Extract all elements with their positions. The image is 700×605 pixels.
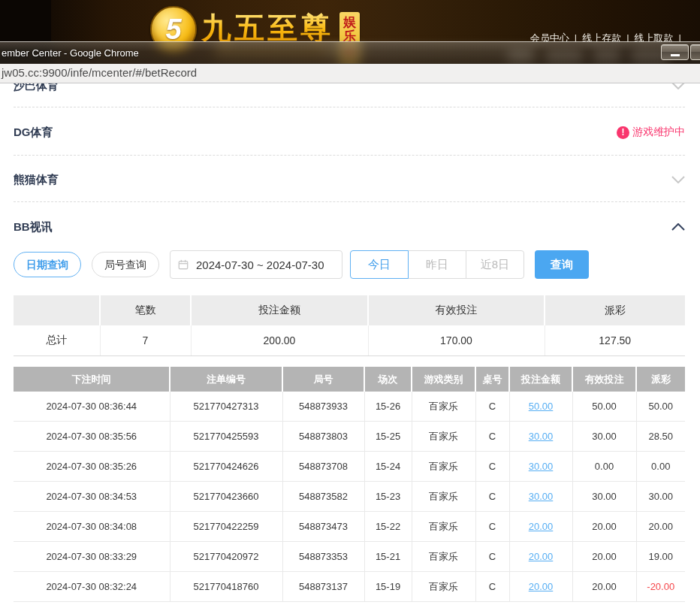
bet-table-cell: C bbox=[475, 422, 509, 452]
bet-table-cell: 28.50 bbox=[636, 422, 685, 452]
bet-table-cell: 2024-07-30 08:33:29 bbox=[14, 542, 170, 572]
bet-table-header-cell: 游戏类别 bbox=[412, 367, 475, 392]
bet-amount-link[interactable]: 20.00 bbox=[509, 572, 572, 602]
summary-header-row: 笔数 投注金额 有效投注 派彩 bbox=[14, 295, 685, 325]
table-row: 2024-07-30 08:36:44521770427313548873933… bbox=[14, 392, 685, 422]
bet-table-cell: 548873803 bbox=[282, 422, 364, 452]
range-last8-button[interactable]: 近8日 bbox=[466, 250, 524, 279]
accordion-item-bb-video[interactable]: BB视讯 bbox=[14, 219, 685, 235]
bet-table-cell: 548873933 bbox=[282, 392, 364, 422]
table-row: 2024-07-30 08:34:53521770423660548873582… bbox=[14, 482, 685, 512]
bet-table-cell: C bbox=[475, 452, 509, 482]
bet-table-cell: 548873708 bbox=[282, 452, 364, 482]
brand-logo-text: 九五至尊 bbox=[201, 12, 333, 44]
bet-table-cell: 521770424626 bbox=[170, 452, 282, 482]
bet-table-cell: 百家乐 bbox=[412, 572, 475, 602]
bet-table-cell: 百家乐 bbox=[412, 512, 475, 542]
bet-table-header-cell: 场次 bbox=[364, 367, 412, 392]
badge-char-top: 娱 bbox=[343, 15, 356, 29]
summary-cell: 200.00 bbox=[191, 325, 368, 356]
accordion-item-dg-sports[interactable]: DG体育 ! 游戏维护中 bbox=[14, 124, 685, 141]
bet-table-header-cell: 下注时间 bbox=[14, 367, 170, 392]
bet-table-cell: 548873137 bbox=[282, 572, 364, 602]
date-query-button[interactable]: 日期查询 bbox=[14, 252, 81, 277]
maintenance-text: 游戏维护中 bbox=[632, 126, 685, 139]
bet-table-cell: 15-23 bbox=[364, 482, 412, 512]
bet-table-cell: 20.00 bbox=[572, 572, 636, 602]
bet-amount-link[interactable]: 50.00 bbox=[509, 392, 572, 422]
url-text[interactable]: jw05.cc:9900/infe/mcenter/#/betRecord bbox=[2, 64, 197, 82]
round-query-button[interactable]: 局号查询 bbox=[92, 252, 159, 277]
bet-table-cell: 521770425593 bbox=[170, 422, 282, 452]
summary-table: 笔数 投注金额 有效投注 派彩 总计 7 200.00 170.00 127.5… bbox=[14, 295, 685, 356]
bet-amount-link[interactable]: 20.00 bbox=[509, 542, 572, 572]
bet-table-cell: 50.00 bbox=[572, 392, 636, 422]
bet-table-cell: 2024-07-30 08:34:53 bbox=[14, 482, 170, 512]
bet-table-cell: 百家乐 bbox=[412, 542, 475, 572]
table-row: 2024-07-30 08:34:08521770422259548873473… bbox=[14, 512, 685, 542]
minimize-icon bbox=[671, 54, 680, 56]
browser-urlbar[interactable]: jw05.cc:9900/infe/mcenter/#/betRecord bbox=[0, 64, 700, 83]
bet-table-cell: 548873582 bbox=[282, 482, 364, 512]
date-range-input[interactable] bbox=[170, 250, 342, 279]
browser-window-chrome: ember Center - Google Chrome jw05.cc:990… bbox=[0, 41, 700, 83]
exclamation-icon: ! bbox=[617, 126, 629, 139]
bet-table-cell: 30.00 bbox=[636, 482, 685, 512]
accordion-label: 熊猫体育 bbox=[14, 173, 59, 187]
dashed-divider bbox=[14, 107, 685, 107]
window-controls bbox=[661, 44, 700, 60]
summary-header-cell: 投注金额 bbox=[191, 295, 368, 325]
bet-table-header-cell: 投注金额 bbox=[509, 367, 572, 392]
bet-table-cell: 百家乐 bbox=[412, 392, 475, 422]
member-center-content: 沙巴体育 DG体育 ! 游戏维护中 熊猫体育 BB视讯 日期查询 局号查询 bbox=[0, 83, 700, 605]
bet-amount-link[interactable]: 30.00 bbox=[509, 422, 572, 452]
dashed-divider bbox=[14, 201, 685, 202]
bet-table-cell: 2024-07-30 08:32:24 bbox=[14, 572, 170, 602]
bet-amount-link[interactable]: 30.00 bbox=[509, 452, 572, 482]
bet-table-cell: 521770418760 bbox=[170, 572, 282, 602]
minimize-button[interactable] bbox=[661, 44, 689, 60]
bet-table-header-cell: 有效投注 bbox=[572, 367, 636, 392]
summary-header-cell: 笔数 bbox=[100, 295, 191, 325]
bet-table-cell: 15-19 bbox=[364, 572, 412, 602]
bet-table-header-cell: 派彩 bbox=[636, 367, 685, 392]
bet-table-cell: 15-22 bbox=[364, 512, 412, 542]
bet-table-cell: 521770420972 bbox=[170, 542, 282, 572]
bet-table-cell: 548873473 bbox=[282, 512, 364, 542]
bet-table-cell: 百家乐 bbox=[412, 482, 475, 512]
bet-table-cell: 0.00 bbox=[572, 452, 636, 482]
bet-table-cell: 30.00 bbox=[572, 422, 636, 452]
bet-amount-link[interactable]: 20.00 bbox=[509, 512, 572, 542]
bet-table-cell: 521770423660 bbox=[170, 482, 282, 512]
quick-range-segmented: 今日 昨日 近8日 bbox=[350, 250, 524, 279]
bet-table-cell: 2024-07-30 08:34:08 bbox=[14, 512, 170, 542]
bet-amount-link[interactable]: 30.00 bbox=[509, 482, 572, 512]
bet-table-cell: 548873353 bbox=[282, 542, 364, 572]
bet-table-header-cell: 注单编号 bbox=[170, 367, 282, 392]
summary-cell: 170.00 bbox=[368, 325, 545, 356]
range-yesterday-button[interactable]: 昨日 bbox=[408, 250, 466, 279]
bet-table-cell: 20.00 bbox=[572, 512, 636, 542]
table-row: 2024-07-30 08:33:29521770420972548873353… bbox=[14, 542, 685, 572]
summary-cell: 7 bbox=[100, 325, 191, 356]
summary-cell: 总计 bbox=[14, 325, 100, 356]
search-button[interactable]: 查询 bbox=[535, 250, 589, 279]
accordion-item-panda-sports[interactable]: 熊猫体育 bbox=[14, 171, 685, 188]
bet-table-cell: 20.00 bbox=[572, 542, 636, 572]
window-titlebar: ember Center - Google Chrome bbox=[0, 41, 700, 64]
bet-table-header-row: 下注时间注单编号局号场次游戏类别桌号投注金额有效投注派彩 bbox=[14, 367, 685, 392]
table-row: 2024-07-30 08:32:24521770418760548873137… bbox=[14, 572, 685, 602]
bet-table-cell: C bbox=[475, 512, 509, 542]
date-range-value[interactable] bbox=[195, 258, 334, 272]
bet-table-cell: C bbox=[475, 572, 509, 602]
maximize-button[interactable] bbox=[690, 44, 700, 60]
bet-record-table: 下注时间注单编号局号场次游戏类别桌号投注金额有效投注派彩 2024-07-30 … bbox=[14, 367, 685, 602]
bet-table-cell: 19.00 bbox=[636, 542, 685, 572]
bet-table-body: 2024-07-30 08:36:44521770427313548873933… bbox=[14, 392, 685, 602]
chevron-up-icon bbox=[671, 223, 685, 231]
bet-table-cell: 30.00 bbox=[572, 482, 636, 512]
bet-table-header-cell: 局号 bbox=[282, 367, 364, 392]
bet-table-cell: C bbox=[475, 482, 509, 512]
range-today-button[interactable]: 今日 bbox=[350, 250, 409, 279]
payout-negative: -20.00 bbox=[636, 572, 685, 602]
